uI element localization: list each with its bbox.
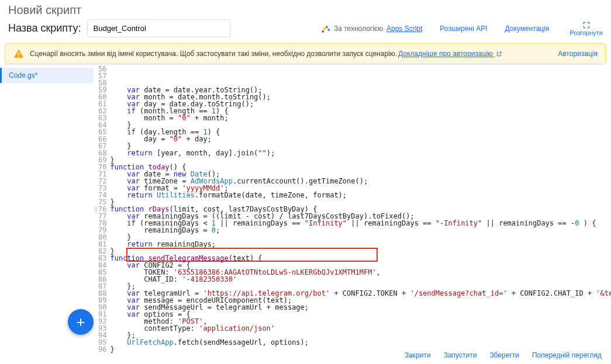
workspace: Code.gs* || 5657585960616263646566676869…	[0, 64, 611, 353]
file-tab-code-gs[interactable]: Code.gs*	[0, 68, 94, 83]
add-script-fab[interactable]: +	[68, 309, 94, 335]
code-line[interactable]: day = "0" + day;	[110, 136, 611, 143]
line-gutter: 5657585960616263646566676869707172737475…	[98, 64, 110, 353]
technology-block: За технологією Apps Script	[321, 24, 422, 33]
pane-divider[interactable]: ||	[94, 64, 98, 353]
code-line[interactable]: return [year, month, day].join("");	[110, 150, 611, 157]
tech-prefix: За технологією	[334, 25, 383, 33]
apps-script-icon	[321, 24, 330, 33]
footer-actions: Закрити Запустити Зберегти Попередній пе…	[395, 346, 611, 364]
authorization-details-link[interactable]: Докладніше про авторизацію	[398, 50, 508, 58]
code-line[interactable]: UrlFetchApp.fetch(sendMessageUrl, option…	[110, 339, 611, 346]
svg-point-1	[323, 27, 326, 30]
svg-rect-4	[18, 53, 19, 56]
expand-label: Розгорнути	[569, 29, 603, 36]
script-name-input[interactable]	[87, 19, 230, 37]
svg-rect-5	[18, 56, 19, 57]
close-button[interactable]: Закрити	[405, 351, 431, 359]
code-line[interactable]: month = "0" + month;	[110, 115, 611, 122]
svg-point-3	[327, 29, 330, 31]
code-line[interactable]: remainingDays = 0;	[110, 227, 611, 234]
page-title: Новий скрипт	[0, 0, 611, 17]
authorization-banner: Сценарії вносять зміни від імені користу…	[5, 43, 606, 64]
preview-button[interactable]: Попередній перегляд	[532, 351, 602, 359]
code-line[interactable]: return Utilities.formatDate(date, timeZo…	[110, 192, 611, 199]
svg-point-0	[322, 30, 324, 32]
authorize-button[interactable]: Авторизація	[558, 50, 598, 58]
expand-button[interactable]: Розгорнути	[569, 21, 603, 36]
documentation-link[interactable]: Документація	[505, 25, 550, 33]
code-line[interactable]: return remainingDays;	[110, 241, 611, 248]
warning-icon	[13, 48, 24, 59]
script-name-label: Назва скрипту:	[8, 22, 81, 34]
banner-text: Сценарії вносять зміни від імені користу…	[30, 50, 397, 58]
header-bar: Назва скрипту: За технологією Apps Scrip…	[0, 17, 611, 43]
external-link-icon	[496, 51, 502, 57]
advanced-api-link[interactable]: Розширені API	[440, 25, 487, 33]
code-line[interactable]: contentType: 'application/json'	[110, 325, 611, 332]
svg-point-2	[326, 26, 328, 28]
run-button[interactable]: Запустити	[444, 351, 477, 359]
code-editor[interactable]: 5657585960616263646566676869707172737475…	[98, 64, 611, 353]
expand-icon	[582, 21, 591, 29]
code-line[interactable]: CHAT_ID: '-4182350330'	[110, 276, 611, 283]
code-area[interactable]: var date = date.year.toString(); var mon…	[110, 64, 611, 353]
save-button[interactable]: Зберегти	[489, 351, 519, 359]
apps-script-link[interactable]: Apps Script	[386, 25, 422, 33]
